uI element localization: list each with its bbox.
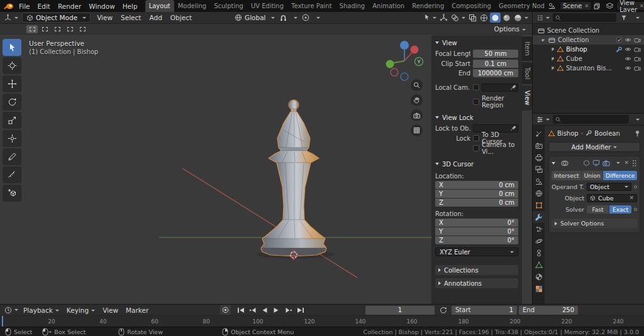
cursor-location-z-field[interactable]: Z0 cm [435, 198, 518, 207]
workspace-tab-shading[interactable]: Shading [336, 0, 369, 12]
tool-move[interactable] [3, 75, 21, 92]
render-region-checkbox[interactable] [473, 99, 479, 105]
cursor-location-y-field[interactable]: Y0 cm [435, 190, 518, 198]
tool-select-box[interactable] [3, 39, 21, 56]
blender-logo-icon[interactable] [4, 3, 14, 10]
select-mode-invert-icon[interactable] [64, 25, 75, 33]
render-toggle-icon[interactable] [602, 160, 610, 166]
delete-modifier-icon[interactable]: ✕ [624, 160, 629, 166]
menu-marker[interactable]: Marker [122, 306, 152, 314]
clip-end-field[interactable]: 100000 cm [473, 69, 518, 77]
tab-constraint-properties[interactable] [533, 247, 545, 259]
workspace-tab-animation[interactable]: Animation [369, 0, 408, 12]
panel-view-lock-header[interactable]: View Lock [435, 112, 518, 122]
menu-edit[interactable]: Edit [34, 3, 54, 10]
options-dropdown[interactable]: Options [494, 25, 526, 33]
timeline-ruler[interactable]: 20 40 60 80 100 120 140 160 180 200 220 … [0, 315, 644, 327]
outliner-row-bishop[interactable]: Bishop [533, 45, 644, 54]
outliner-editor-icon[interactable] [535, 13, 551, 23]
modifier-extras-dropdown[interactable] [613, 158, 621, 168]
expand-icon[interactable] [552, 67, 553, 70]
tool-annotate[interactable] [3, 148, 21, 165]
properties-search-input[interactable] [553, 115, 629, 124]
hide-eye-icon[interactable] [625, 37, 631, 43]
jump-to-end-icon[interactable] [294, 306, 306, 315]
orientation-dropdown[interactable]: Global [232, 13, 277, 23]
viewport-3d[interactable]: Options User Perspective (1) Collection … [0, 24, 532, 304]
shading-solid-icon[interactable] [490, 13, 501, 23]
properties-options-dropdown[interactable] [631, 114, 641, 124]
camera-view-icon[interactable] [411, 109, 423, 121]
disable-render-camera-icon[interactable] [634, 56, 641, 62]
tab-output-properties[interactable] [533, 151, 545, 163]
gizmo-y-neg-axis[interactable] [386, 60, 394, 68]
menu-render[interactable]: Render [54, 3, 85, 10]
selectability-dropdown[interactable] [423, 13, 438, 23]
menu-keying[interactable]: Keying [63, 306, 99, 314]
scene-browse-icon[interactable] [548, 3, 556, 9]
local-camera-checkbox[interactable] [473, 84, 479, 90]
breadcrumb-modifier[interactable]: Boolean [594, 130, 620, 137]
operation-union-button[interactable]: Union [582, 171, 602, 180]
auto-keying-icon[interactable] [220, 305, 231, 315]
preview-range-icon[interactable] [437, 306, 449, 315]
outliner-row-scene-collection[interactable]: Scene Collection [533, 26, 644, 35]
workspace-tab-compositing[interactable]: Compositing [448, 0, 495, 12]
rotation-mode-dropdown[interactable]: XYZ Euler [435, 247, 518, 256]
add-modifier-button[interactable]: Add Modifier [548, 142, 640, 152]
clear-object-icon[interactable]: ✕ [629, 195, 634, 201]
navigation-gizmo[interactable]: Y [386, 41, 423, 80]
drag-handle-icon[interactable] [633, 160, 634, 161]
menu-object[interactable]: Object [167, 14, 196, 21]
prev-keyframe-icon[interactable] [247, 306, 258, 315]
panel-3d-cursor-header[interactable]: 3D Cursor [435, 159, 518, 169]
expand-icon[interactable] [552, 57, 553, 60]
select-mode-new-icon[interactable] [26, 25, 38, 33]
outliner-row-collection[interactable]: Collection [533, 35, 644, 45]
outliner-search-input[interactable] [553, 13, 616, 22]
pin-icon[interactable] [635, 130, 640, 137]
new-scene-icon[interactable] [593, 1, 601, 11]
disable-render-camera-icon[interactable] [634, 37, 641, 43]
outliner-row-staunton[interactable]: Staunton Bis... [533, 63, 644, 73]
hide-eye-icon[interactable] [625, 65, 631, 71]
menu-select[interactable]: Select [117, 14, 145, 21]
disable-render-camera-icon[interactable] [634, 46, 641, 52]
view-layer-selector[interactable]: View Layer ✕ [616, 1, 644, 11]
clip-start-field[interactable]: 0.1 cm [473, 60, 518, 68]
local-camera-field[interactable] [482, 84, 518, 92]
filter-icon[interactable] [618, 13, 629, 23]
select-mode-intersect-icon[interactable] [77, 25, 88, 33]
workspace-tab-geometry-nodes[interactable]: Geometry Nod [495, 0, 548, 12]
gizmo-x-neg-axis[interactable] [391, 68, 398, 76]
tab-data-properties[interactable] [533, 259, 545, 271]
timeline-editor-icon[interactable] [3, 305, 19, 315]
outliner-options-dropdown[interactable] [631, 13, 641, 23]
panel-view-header[interactable]: View [435, 38, 518, 48]
tool-rotate[interactable] [3, 94, 21, 111]
expand-icon[interactable] [552, 48, 553, 51]
bishop-mesh[interactable] [261, 100, 326, 256]
tab-world-properties[interactable] [533, 187, 545, 199]
scene-selector[interactable]: Scene ✕ [560, 1, 592, 11]
menu-help[interactable]: Help [119, 3, 142, 10]
tab-modifier-properties[interactable] [533, 211, 545, 223]
tool-scale[interactable] [3, 112, 21, 129]
tab-render-properties[interactable] [533, 139, 545, 151]
menu-timeline-view[interactable]: View [99, 306, 122, 314]
shading-material-icon[interactable] [501, 13, 512, 23]
scene-unlink-icon[interactable]: ✕ [584, 4, 589, 9]
panel-collections-header[interactable]: Collections [435, 265, 518, 275]
pan-hand-icon[interactable] [411, 94, 423, 106]
animate-dot-icon[interactable] [634, 185, 637, 188]
object-picker-field[interactable]: Cube ✕ [587, 194, 637, 202]
tab-texture-properties[interactable] [533, 283, 545, 295]
tab-tool[interactable]: Tool [522, 62, 532, 84]
disable-render-camera-icon[interactable] [634, 65, 641, 71]
tool-transform[interactable] [3, 130, 21, 147]
workspace-tab-sculpting[interactable]: Sculpting [210, 0, 247, 12]
tab-material-properties[interactable] [533, 271, 545, 283]
snap-magnet-icon[interactable] [278, 13, 289, 23]
proportional-editing-icon[interactable] [301, 13, 311, 23]
menu-view[interactable]: View [93, 14, 116, 21]
